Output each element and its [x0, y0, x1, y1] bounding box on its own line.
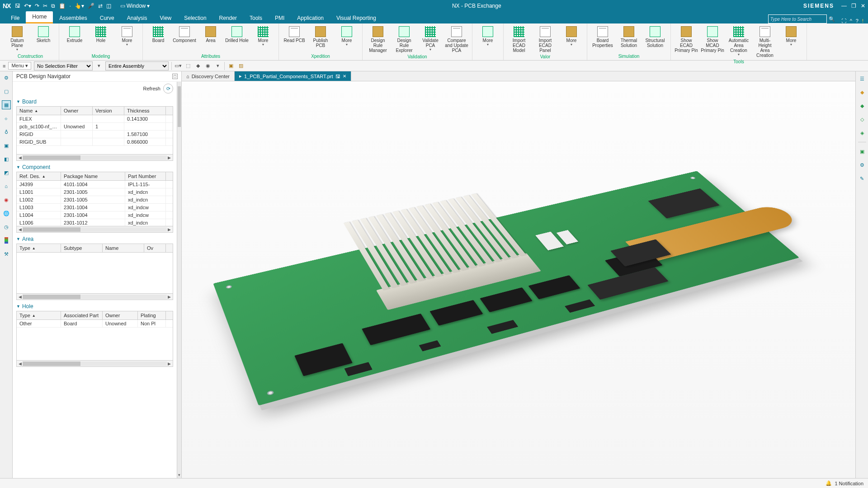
ribbon-btn-drilled-hole[interactable]: Drilled Hole	[224, 24, 250, 44]
notification-text[interactable]: 1 Notification	[835, 481, 863, 486]
rail-assembly-icon[interactable]: ♁	[2, 127, 11, 136]
touch-icon[interactable]: 👆▾	[75, 3, 84, 9]
table-row[interactable]: L10032301-1004xd_indcw	[17, 204, 173, 211]
fullscreen-icon[interactable]: ⛶	[841, 18, 846, 23]
ribbon-btn-sketch[interactable]: Sketch	[31, 24, 56, 44]
refresh-icon[interactable]: ⟳	[163, 84, 173, 94]
ribbon-tab-home[interactable]: Home	[26, 11, 53, 23]
ribbon-btn-structural-solution[interactable]: Structural Solution	[642, 24, 668, 49]
ribbon-btn-more[interactable]: More▼	[114, 24, 140, 47]
filter-toggle-icon[interactable]: ▾	[95, 62, 103, 70]
ribbon-btn-show-mcad-primary-pin[interactable]: Show MCAD Primary Pin	[700, 24, 725, 54]
help-icon[interactable]: ?	[856, 18, 859, 23]
menu-button[interactable]: Menu ▾	[8, 62, 31, 70]
rrail-pref-icon[interactable]: ✎	[858, 174, 867, 183]
ribbon-tab-render[interactable]: Render	[213, 13, 243, 23]
panel-scrollbar[interactable]: ▾	[177, 82, 181, 478]
scroll-right-icon[interactable]: ▶	[168, 155, 171, 160]
restore-icon[interactable]: ❐	[851, 3, 856, 9]
rrail-list-icon[interactable]: ☰	[858, 74, 867, 83]
scroll-right-icon[interactable]: ▶	[168, 295, 171, 299]
redo-icon[interactable]: ↷	[35, 3, 39, 9]
cut-icon[interactable]: ✂	[43, 3, 47, 9]
table-row[interactable]: RIGID_SUB0.866000	[17, 138, 173, 146]
table-row[interactable]: J43994101-1004IPL1-115-	[17, 181, 173, 188]
ribbon-btn-design-rule-explorer[interactable]: Design Rule Explorer	[392, 24, 417, 54]
sel-cube-icon[interactable]: ▣	[227, 62, 235, 70]
rail-pcb-nav-icon[interactable]: ▦	[2, 100, 11, 109]
rail-reuse-icon[interactable]: ⌂	[2, 182, 11, 191]
sel-tool1-icon[interactable]: ▭▾	[175, 62, 182, 70]
ribbon-btn-import-ecad-panel[interactable]: Import ECAD Panel	[533, 24, 558, 54]
ribbon-btn-more[interactable]: More▼	[250, 24, 276, 47]
window-menu[interactable]: ▭Window▾	[120, 3, 150, 9]
col-header[interactable]: Thickness	[124, 107, 166, 115]
ribbon-btn-multi-height-area-creation[interactable]: Multi-Height Area Creation	[752, 24, 778, 59]
ribbon-btn-more[interactable]: More▼	[778, 24, 804, 47]
table-row[interactable]: L10022301-1005xd_indcn	[17, 196, 173, 204]
windows-icon[interactable]: ◫	[106, 3, 111, 9]
sel-cube2-icon[interactable]: ▨	[237, 62, 245, 70]
doc-tab[interactable]: ▸1_PCB_Partial_Components_START.prt🖫✕	[235, 71, 351, 81]
ribbon-tab-file[interactable]: File	[5, 13, 26, 23]
ribbon-tab-analysis[interactable]: Analysis	[121, 13, 154, 23]
ribbon-btn-publish-pcb[interactable]: Publish PCB	[308, 24, 333, 49]
col-header[interactable]: Ov	[144, 244, 166, 252]
search-icon[interactable]: 🔍	[829, 16, 835, 22]
panel-undock-icon[interactable]: □	[172, 74, 178, 79]
rrail-layer4-icon[interactable]: ◈	[858, 128, 867, 137]
sel-tool2-icon[interactable]: ⬚	[184, 62, 192, 70]
rail-hd3d-icon[interactable]: ◉	[2, 195, 11, 204]
table-row[interactable]: pcb_sc100-nf_st...Unowned1	[17, 123, 173, 131]
ribbon-tab-view[interactable]: View	[153, 13, 178, 23]
ribbon-btn-area[interactable]: Area	[198, 24, 223, 44]
col-header[interactable]: Package Name	[61, 172, 125, 180]
table-row[interactable]: RIGID1.587100	[17, 131, 173, 138]
ribbon-btn-board-properties[interactable]: Board Properties	[590, 24, 615, 49]
table-row[interactable]: FLEX0.141300	[17, 115, 173, 123]
ribbon-btn-board[interactable]: Board	[146, 24, 171, 44]
sel-tool3-icon[interactable]: ◆	[194, 62, 202, 70]
col-header[interactable]: Version	[93, 107, 124, 115]
ribbon-btn-datum-plane[interactable]: Datum Plane▼	[5, 24, 30, 52]
assembly-filter-dropdown[interactable]: Entire Assembly	[105, 61, 169, 70]
menu-hamburger-icon[interactable]: ≡	[3, 63, 5, 69]
col-header[interactable]: Name▲	[17, 107, 61, 115]
rail-constraint-icon[interactable]: ⟐	[2, 114, 11, 123]
table-hscroll[interactable]: ◀▶	[17, 226, 173, 232]
col-header[interactable]: Plating	[138, 311, 166, 319]
scroll-left-icon[interactable]: ◀	[19, 295, 22, 299]
col-header[interactable]: Owner	[61, 107, 93, 115]
ribbon-tab-selection[interactable]: Selection	[178, 13, 212, 23]
ribbon-tab-curve[interactable]: Curve	[94, 13, 121, 23]
ribbon-btn-more[interactable]: More▼	[334, 24, 359, 47]
help-up-icon[interactable]: ^	[850, 18, 852, 23]
rrail-layer3-icon[interactable]: ◇	[858, 115, 867, 124]
rail-settings-icon[interactable]: ⚙	[2, 73, 11, 82]
ribbon-btn-read-pcb[interactable]: Read PCB	[282, 24, 307, 44]
ribbon-btn-hole[interactable]: Hole	[88, 24, 113, 44]
ribbon-tab-assemblies[interactable]: Assemblies	[53, 13, 93, 23]
ribbon-btn-import-ecad-model[interactable]: Import ECAD Model	[506, 24, 532, 54]
copy-icon[interactable]: ⧉	[51, 3, 55, 9]
ribbon-btn-show-ecad-primary-pin[interactable]: Show ECAD Primary Pin	[674, 24, 699, 54]
scroll-right-icon[interactable]: ▶	[168, 361, 171, 366]
ribbon-btn-automatic-area-creation[interactable]: Automatic Area Creation▼	[726, 24, 751, 57]
ribbon-tab-visual-reporting[interactable]: Visual Reporting	[330, 13, 382, 23]
bell-icon[interactable]: 🔔	[826, 480, 832, 486]
ribbon-btn-extrude[interactable]: Extrude	[62, 24, 87, 44]
ribbon-tab-application[interactable]: Application	[291, 13, 330, 23]
doc-tab[interactable]: ⌂Discovery Center	[182, 71, 235, 81]
scroll-right-icon[interactable]: ▶	[168, 227, 171, 232]
section-header-component[interactable]: ▼Component	[13, 163, 177, 172]
mic-icon[interactable]: 🎤	[88, 3, 94, 9]
ribbon-btn-compare-and-update-pca[interactable]: Compare and Update PCA	[444, 24, 469, 54]
col-header[interactable]: Name	[103, 244, 144, 252]
table-row[interactable]: L10062301-1012xd_indcn	[17, 219, 173, 226]
ribbon-tab-pmi[interactable]: PMI	[269, 13, 291, 23]
ribbon-btn-thermal-solution[interactable]: Thermal Solution	[616, 24, 642, 49]
sel-tool4-icon[interactable]: ◉	[204, 62, 212, 70]
col-header[interactable]: Type▲	[17, 244, 61, 252]
rrail-box-icon[interactable]: ▣	[858, 147, 867, 156]
ribbon-tab-tools[interactable]: Tools	[243, 13, 269, 23]
